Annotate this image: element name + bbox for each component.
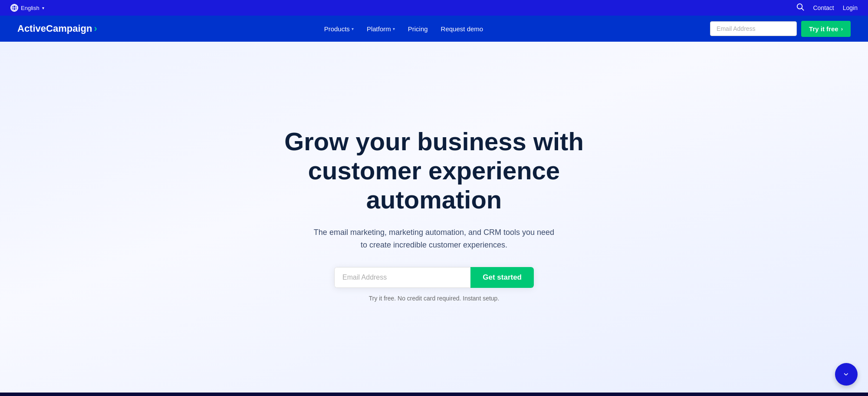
scroll-button[interactable]: ›: [835, 363, 858, 386]
bottom-bar: [0, 393, 868, 396]
language-selector[interactable]: English ▾: [10, 4, 44, 12]
scroll-arrow-icon: ›: [842, 373, 851, 376]
nav-products-label: Products: [324, 25, 350, 33]
nav-platform[interactable]: Platform ▾: [362, 23, 400, 35]
hero-email-input[interactable]: [334, 267, 470, 288]
svg-line-4: [802, 8, 804, 10]
try-free-label: Try it free: [809, 25, 838, 33]
try-free-button[interactable]: Try it free ›: [801, 21, 851, 37]
nav-platform-label: Platform: [367, 25, 391, 33]
logo-text: ActiveCampaign: [17, 23, 92, 34]
nav-links: Products ▾ Platform ▾ Pricing Request de…: [319, 23, 488, 35]
hero-form: Get started: [334, 267, 534, 288]
top-bar: English ▾ Contact Login: [0, 0, 868, 16]
hero-note: Try it free. No credit card required. In…: [369, 295, 500, 302]
hero-title: Grow your business with customer experie…: [256, 127, 612, 214]
globe-icon: [10, 4, 18, 12]
nav-cta: Try it free ›: [710, 21, 851, 37]
nav-pricing[interactable]: Pricing: [403, 23, 433, 35]
nav-request-demo-label: Request demo: [441, 25, 483, 33]
nav-products[interactable]: Products ▾: [319, 23, 359, 35]
logo-arrow-icon: ›: [94, 23, 97, 34]
language-chevron-icon: ▾: [42, 6, 44, 10]
products-chevron-icon: ▾: [352, 26, 354, 31]
get-started-button[interactable]: Get started: [470, 267, 534, 288]
main-nav: ActiveCampaign› Products ▾ Platform ▾ Pr…: [0, 16, 868, 42]
get-started-label: Get started: [483, 273, 522, 281]
language-label: English: [21, 5, 39, 11]
contact-link[interactable]: Contact: [813, 4, 834, 11]
login-link[interactable]: Login: [843, 4, 858, 11]
hero-section: Grow your business with customer experie…: [0, 42, 868, 396]
try-free-arrow-icon: ›: [841, 26, 843, 32]
search-icon[interactable]: [796, 3, 804, 13]
top-bar-right: Contact Login: [796, 3, 858, 13]
nav-pricing-label: Pricing: [408, 25, 428, 33]
platform-chevron-icon: ▾: [393, 26, 395, 31]
nav-email-input[interactable]: [710, 21, 797, 36]
nav-request-demo[interactable]: Request demo: [436, 23, 489, 35]
logo[interactable]: ActiveCampaign›: [17, 23, 97, 34]
hero-subtitle: The email marketing, marketing automatio…: [312, 226, 556, 251]
